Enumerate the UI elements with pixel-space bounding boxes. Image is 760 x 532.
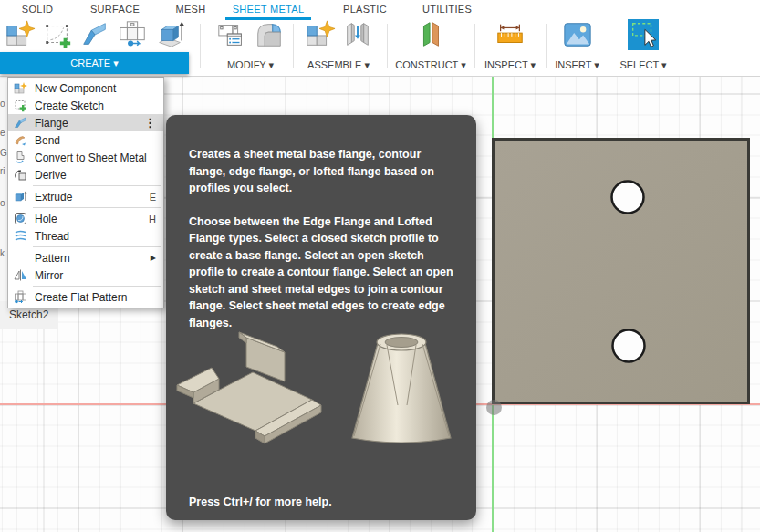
browser-fragment: ri — [0, 166, 7, 176]
menu-item-label: Bend — [35, 134, 156, 147]
menu-item-flange[interactable]: Flange ⋮ — [8, 114, 163, 131]
inspect-dropdown[interactable]: INSPECT ▾ — [477, 55, 543, 75]
new-component-icon — [5, 19, 36, 54]
toolbar-group-insert: INSERT ▾ — [547, 20, 607, 75]
group-separator — [609, 24, 609, 68]
menu-item-create-flat-pattern[interactable]: Create Flat Pattern — [8, 288, 163, 306]
tab-utilities[interactable]: UTILITIES — [422, 4, 472, 15]
sheet-metal-part[interactable] — [492, 138, 750, 405]
menu-item-options[interactable]: ⋮ — [144, 116, 156, 130]
menu-item-create-sketch[interactable]: Create Sketch — [8, 97, 163, 114]
browser-panel-edge: o e G3 ri o k — [0, 77, 7, 302]
menu-item-label: Derive — [35, 169, 156, 182]
mirror-icon — [13, 268, 28, 283]
select-cursor-icon — [628, 19, 659, 54]
fillet-icon — [254, 19, 285, 54]
tooltip-footer: Press Ctrl+/ for more help. — [189, 495, 332, 508]
tooltip-paragraph-1: Creates a sheet metal base flange, conto… — [189, 146, 456, 197]
group-separator — [387, 24, 388, 68]
new-component-icon — [305, 19, 336, 54]
flat-pattern-icon — [117, 19, 148, 54]
derive-icon — [13, 168, 28, 183]
menu-item-thread[interactable]: Thread — [8, 227, 163, 245]
construct-plane-button[interactable] — [413, 20, 448, 53]
create-flat-pattern-button[interactable] — [115, 20, 150, 53]
create-dropdown[interactable]: CREATE ▾ — [0, 52, 189, 74]
create-sketch-button[interactable] — [40, 20, 75, 53]
group-separator — [200, 24, 201, 68]
menu-separator — [33, 246, 161, 247]
menu-item-hole[interactable]: Hole H — [8, 210, 163, 227]
sketch2-label: Sketch2 — [9, 308, 48, 321]
convert-to-sheet-metal-icon — [13, 151, 28, 165]
menu-item-shortcut: E — [150, 192, 156, 203]
menu-item-label: Thread — [35, 230, 156, 243]
browser-fragment: o — [0, 198, 7, 208]
menu-separator — [33, 286, 161, 287]
group-separator — [474, 24, 475, 68]
menu-item-mirror[interactable]: Mirror — [8, 266, 163, 284]
menu-item-label: Create Sketch — [35, 99, 156, 112]
create-sketch-icon — [42, 19, 73, 54]
menu-item-label: Convert to Sheet Metal — [35, 151, 156, 164]
flange-tooltip: Creates a sheet metal base flange, conto… — [166, 115, 476, 520]
toolbar-group-assemble: ASSEMBLE ▾ — [297, 20, 380, 75]
image-icon — [562, 19, 593, 54]
insert-dropdown[interactable]: INSERT ▾ — [547, 55, 607, 75]
group-separator — [546, 24, 547, 68]
toolbar-group-select: SELECT ▾ — [611, 20, 675, 75]
select-dropdown[interactable]: SELECT ▾ — [611, 55, 675, 75]
submenu-arrow-icon: ▶ — [151, 254, 156, 262]
insert-canvas-button[interactable] — [560, 20, 595, 53]
flat-pattern-properties-button[interactable] — [214, 20, 249, 53]
fillet-button[interactable] — [252, 20, 286, 53]
create-sketch-icon — [13, 99, 28, 113]
browser-fragment: o — [0, 99, 7, 109]
browser-fragment: G3 — [0, 148, 7, 158]
construct-dropdown[interactable]: CONSTRUCT ▾ — [390, 55, 472, 75]
menu-item-new-component[interactable]: New Component — [8, 79, 163, 97]
extrude-button[interactable] — [152, 20, 187, 53]
tab-solid[interactable]: SOLID — [22, 4, 54, 15]
menu-item-label: Hole — [35, 213, 149, 225]
menu-item-label: New Component — [35, 82, 156, 95]
browser-fragment: e — [0, 128, 7, 138]
flat-pattern-properties-icon — [216, 19, 247, 54]
menu-item-label: Mirror — [35, 269, 156, 282]
tab-sheet-metal[interactable]: SHEET METAL — [233, 4, 305, 15]
flange-button[interactable] — [78, 20, 112, 53]
tab-surface[interactable]: SURFACE — [90, 4, 140, 15]
menu-item-convert-to-sheet-metal[interactable]: Convert to Sheet Metal — [8, 149, 163, 166]
menu-item-pattern[interactable]: Pattern ▶ — [8, 249, 163, 266]
assemble-dropdown[interactable]: ASSEMBLE ▾ — [297, 55, 380, 75]
menu-item-label: Extrude — [35, 191, 150, 203]
new-component-icon — [13, 81, 28, 96]
joint-button[interactable] — [340, 20, 375, 53]
measure-button[interactable] — [493, 20, 527, 53]
construct-plane-icon — [415, 19, 446, 54]
hole-bottom[interactable] — [613, 330, 645, 362]
ribbon-toolbar: SOLID SURFACE MESH SHEET METAL PLASTIC U… — [0, 0, 760, 77]
extrude-icon — [154, 19, 185, 54]
assemble-new-component-button[interactable] — [303, 20, 338, 53]
new-component-button[interactable] — [3, 20, 37, 53]
hole-top[interactable] — [612, 182, 644, 214]
thread-icon — [13, 229, 28, 244]
modify-dropdown[interactable]: MODIFY ▾ — [207, 55, 294, 75]
tab-plastic[interactable]: PLASTIC — [343, 4, 387, 15]
menu-item-extrude[interactable]: Extrude E — [8, 188, 163, 205]
measure-icon — [495, 19, 526, 54]
tooltip-images — [166, 310, 476, 470]
menu-item-label: Create Flat Pattern — [35, 291, 156, 304]
menu-item-derive[interactable]: Derive — [8, 166, 163, 183]
menu-item-label: Pattern — [35, 252, 151, 265]
flange-icon — [13, 116, 28, 130]
hole-icon — [13, 212, 28, 226]
toolbar-group-create: CREATE ▾ — [0, 20, 189, 75]
toolbar-group-construct: CONSTRUCT ▾ — [390, 20, 472, 75]
extrude-icon — [13, 190, 28, 204]
origin-marker — [486, 400, 502, 415]
menu-item-bend[interactable]: Bend — [8, 131, 163, 149]
tab-mesh[interactable]: MESH — [176, 4, 206, 15]
select-button[interactable] — [626, 20, 661, 53]
